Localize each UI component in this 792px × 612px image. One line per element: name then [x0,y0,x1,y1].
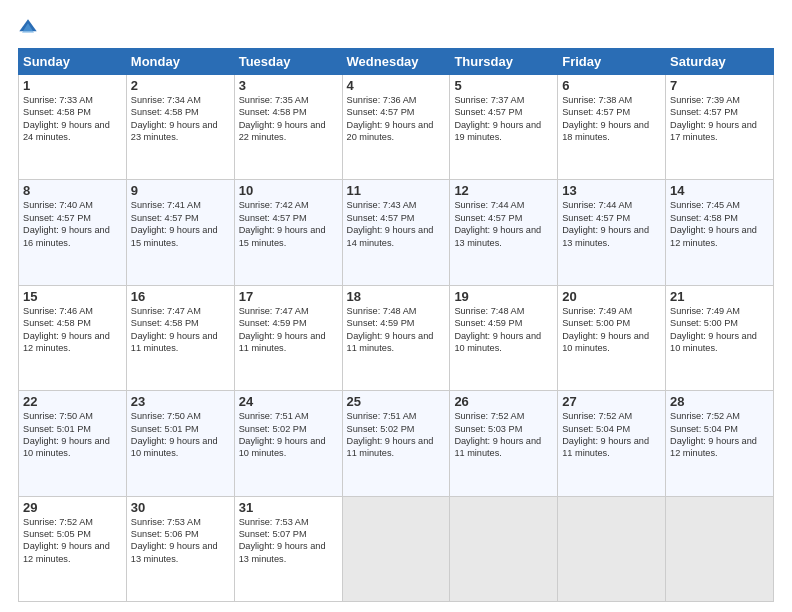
sunrise-label: Sunrise: 7:36 AM [347,95,417,105]
sunrise-label: Sunrise: 7:50 AM [131,411,201,421]
sunrise-label: Sunrise: 7:49 AM [562,306,632,316]
day-info: Sunrise: 7:44 AM Sunset: 4:57 PM Dayligh… [454,199,553,249]
day-info: Sunrise: 7:33 AM Sunset: 4:58 PM Dayligh… [23,94,122,144]
sunset-label: Sunset: 4:57 PM [454,107,522,117]
sunrise-label: Sunrise: 7:37 AM [454,95,524,105]
daylight-label: Daylight: 9 hours and 10 minutes. [670,331,757,353]
day-info: Sunrise: 7:48 AM Sunset: 4:59 PM Dayligh… [347,305,446,355]
day-info: Sunrise: 7:50 AM Sunset: 5:01 PM Dayligh… [131,410,230,460]
day-info: Sunrise: 7:48 AM Sunset: 4:59 PM Dayligh… [454,305,553,355]
logo-text [18,18,46,38]
sunset-label: Sunset: 5:00 PM [562,318,630,328]
calendar-cell: 7 Sunrise: 7:39 AM Sunset: 4:57 PM Dayli… [666,75,774,180]
sunrise-label: Sunrise: 7:44 AM [454,200,524,210]
sunrise-label: Sunrise: 7:52 AM [670,411,740,421]
daylight-label: Daylight: 9 hours and 11 minutes. [562,436,649,458]
sunset-label: Sunset: 4:57 PM [670,107,738,117]
sunset-label: Sunset: 5:01 PM [131,424,199,434]
sunrise-label: Sunrise: 7:52 AM [23,517,93,527]
day-info: Sunrise: 7:34 AM Sunset: 4:58 PM Dayligh… [131,94,230,144]
sunrise-label: Sunrise: 7:48 AM [454,306,524,316]
day-number: 9 [131,183,230,198]
sunrise-label: Sunrise: 7:43 AM [347,200,417,210]
sunrise-label: Sunrise: 7:49 AM [670,306,740,316]
calendar-header-row: SundayMondayTuesdayWednesdayThursdayFrid… [19,49,774,75]
calendar-cell: 16 Sunrise: 7:47 AM Sunset: 4:58 PM Dayl… [126,285,234,390]
logo-icon [18,18,38,38]
calendar-cell: 26 Sunrise: 7:52 AM Sunset: 5:03 PM Dayl… [450,391,558,496]
calendar-cell: 14 Sunrise: 7:45 AM Sunset: 4:58 PM Dayl… [666,180,774,285]
day-number: 31 [239,500,338,515]
day-info: Sunrise: 7:42 AM Sunset: 4:57 PM Dayligh… [239,199,338,249]
day-number: 30 [131,500,230,515]
logo [18,18,46,38]
sunrise-label: Sunrise: 7:53 AM [239,517,309,527]
sunset-label: Sunset: 4:57 PM [562,107,630,117]
sunset-label: Sunset: 4:59 PM [239,318,307,328]
calendar-week-4: 22 Sunrise: 7:50 AM Sunset: 5:01 PM Dayl… [19,391,774,496]
sunset-label: Sunset: 4:58 PM [670,213,738,223]
sunset-label: Sunset: 5:04 PM [670,424,738,434]
daylight-label: Daylight: 9 hours and 11 minutes. [131,331,218,353]
day-info: Sunrise: 7:37 AM Sunset: 4:57 PM Dayligh… [454,94,553,144]
daylight-label: Daylight: 9 hours and 11 minutes. [347,331,434,353]
day-info: Sunrise: 7:53 AM Sunset: 5:07 PM Dayligh… [239,516,338,566]
daylight-label: Daylight: 9 hours and 10 minutes. [23,436,110,458]
daylight-label: Daylight: 9 hours and 20 minutes. [347,120,434,142]
day-number: 18 [347,289,446,304]
calendar-cell: 31 Sunrise: 7:53 AM Sunset: 5:07 PM Dayl… [234,496,342,601]
day-number: 16 [131,289,230,304]
day-number: 24 [239,394,338,409]
daylight-label: Daylight: 9 hours and 15 minutes. [131,225,218,247]
calendar-cell: 6 Sunrise: 7:38 AM Sunset: 4:57 PM Dayli… [558,75,666,180]
day-number: 29 [23,500,122,515]
sunset-label: Sunset: 5:02 PM [239,424,307,434]
day-info: Sunrise: 7:52 AM Sunset: 5:04 PM Dayligh… [670,410,769,460]
sunset-label: Sunset: 5:07 PM [239,529,307,539]
sunrise-label: Sunrise: 7:50 AM [23,411,93,421]
sunset-label: Sunset: 4:57 PM [239,213,307,223]
sunrise-label: Sunrise: 7:48 AM [347,306,417,316]
header [18,18,774,38]
calendar-cell [558,496,666,601]
daylight-label: Daylight: 9 hours and 12 minutes. [23,331,110,353]
day-number: 12 [454,183,553,198]
calendar-cell: 11 Sunrise: 7:43 AM Sunset: 4:57 PM Dayl… [342,180,450,285]
day-number: 6 [562,78,661,93]
sunrise-label: Sunrise: 7:44 AM [562,200,632,210]
calendar-cell: 29 Sunrise: 7:52 AM Sunset: 5:05 PM Dayl… [19,496,127,601]
day-number: 4 [347,78,446,93]
sunset-label: Sunset: 5:06 PM [131,529,199,539]
calendar-header-wednesday: Wednesday [342,49,450,75]
sunset-label: Sunset: 5:04 PM [562,424,630,434]
calendar-cell: 8 Sunrise: 7:40 AM Sunset: 4:57 PM Dayli… [19,180,127,285]
sunset-label: Sunset: 4:57 PM [562,213,630,223]
day-info: Sunrise: 7:52 AM Sunset: 5:05 PM Dayligh… [23,516,122,566]
day-info: Sunrise: 7:45 AM Sunset: 4:58 PM Dayligh… [670,199,769,249]
day-info: Sunrise: 7:51 AM Sunset: 5:02 PM Dayligh… [239,410,338,460]
day-number: 5 [454,78,553,93]
calendar-cell: 18 Sunrise: 7:48 AM Sunset: 4:59 PM Dayl… [342,285,450,390]
day-number: 10 [239,183,338,198]
daylight-label: Daylight: 9 hours and 13 minutes. [131,541,218,563]
sunset-label: Sunset: 4:57 PM [347,213,415,223]
calendar: SundayMondayTuesdayWednesdayThursdayFrid… [18,48,774,602]
calendar-cell: 28 Sunrise: 7:52 AM Sunset: 5:04 PM Dayl… [666,391,774,496]
calendar-cell: 27 Sunrise: 7:52 AM Sunset: 5:04 PM Dayl… [558,391,666,496]
day-info: Sunrise: 7:53 AM Sunset: 5:06 PM Dayligh… [131,516,230,566]
daylight-label: Daylight: 9 hours and 15 minutes. [239,225,326,247]
calendar-cell: 3 Sunrise: 7:35 AM Sunset: 4:58 PM Dayli… [234,75,342,180]
calendar-cell: 30 Sunrise: 7:53 AM Sunset: 5:06 PM Dayl… [126,496,234,601]
sunrise-label: Sunrise: 7:42 AM [239,200,309,210]
calendar-cell: 9 Sunrise: 7:41 AM Sunset: 4:57 PM Dayli… [126,180,234,285]
sunset-label: Sunset: 4:58 PM [131,318,199,328]
day-info: Sunrise: 7:43 AM Sunset: 4:57 PM Dayligh… [347,199,446,249]
calendar-cell: 12 Sunrise: 7:44 AM Sunset: 4:57 PM Dayl… [450,180,558,285]
sunset-label: Sunset: 4:57 PM [454,213,522,223]
daylight-label: Daylight: 9 hours and 24 minutes. [23,120,110,142]
day-info: Sunrise: 7:46 AM Sunset: 4:58 PM Dayligh… [23,305,122,355]
sunrise-label: Sunrise: 7:47 AM [239,306,309,316]
day-info: Sunrise: 7:40 AM Sunset: 4:57 PM Dayligh… [23,199,122,249]
day-number: 26 [454,394,553,409]
day-number: 19 [454,289,553,304]
